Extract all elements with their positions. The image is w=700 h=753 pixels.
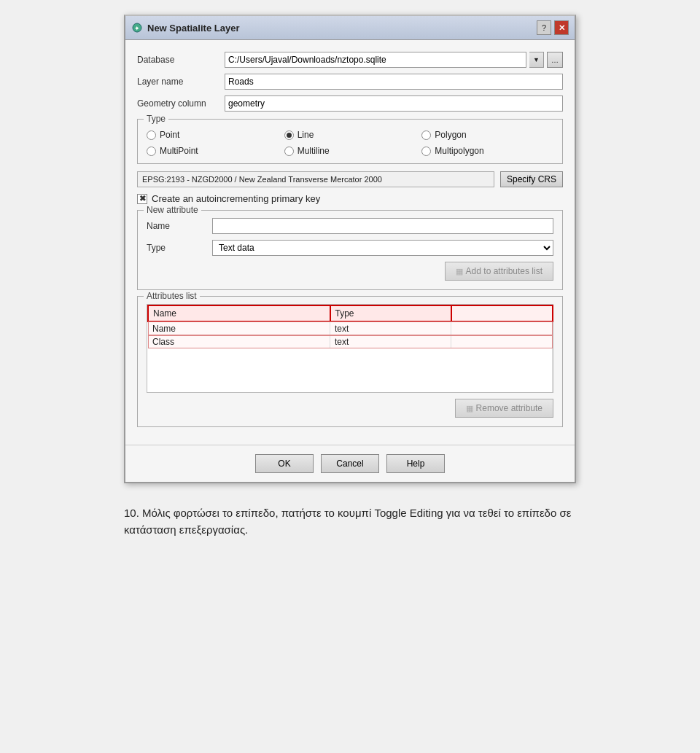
radio-multipoint-label: MultiPoint	[160, 146, 198, 156]
title-bar: ✦ New Spatialite Layer ? ✕	[125, 16, 575, 40]
autoincrement-row: ✖ Create an autoincrementing primary key	[137, 193, 563, 204]
radio-polygon-label: Polygon	[435, 130, 466, 140]
database-browse-btn[interactable]: …	[547, 52, 563, 68]
attributes-list-group: Attributes list Name Type Name text	[137, 296, 563, 427]
attr-type-wrapper: Text data Whole number Decimal number Da…	[212, 240, 553, 256]
attr-name-row: Name	[147, 218, 553, 234]
radio-polygon-circle[interactable]	[421, 130, 431, 140]
geometry-column-input[interactable]	[225, 95, 563, 112]
attrs-table-header-row: Name Type	[148, 305, 553, 321]
table-row[interactable]: Name text	[148, 321, 553, 335]
col-header-extra	[451, 305, 553, 321]
database-input[interactable]	[225, 52, 526, 68]
remove-btn-label: Remove attribute	[476, 403, 542, 413]
layer-name-label: Layer name	[137, 77, 225, 87]
row-type-cell: text	[330, 321, 451, 335]
type-group: Type Point Line Polygon	[137, 119, 563, 164]
table-row-empty	[148, 378, 553, 392]
radio-line-circle[interactable]	[284, 130, 294, 140]
dialog-window: ✦ New Spatialite Layer ? ✕ Database ▼ … …	[124, 15, 576, 483]
attr-type-label: Type	[147, 243, 212, 253]
dialog-footer: OK Cancel Help	[125, 445, 575, 482]
remove-btn-row: ▦ Remove attribute	[147, 399, 553, 418]
radio-multipoint[interactable]: MultiPoint	[147, 146, 279, 156]
layer-name-input[interactable]	[225, 74, 563, 90]
row-name-cell: Name	[148, 321, 330, 335]
col-header-name: Name	[148, 305, 330, 321]
attrs-table: Name Type Name text Class	[147, 305, 553, 392]
geometry-column-row: Geometry column	[137, 95, 563, 112]
attrs-table-wrapper: Name Type Name text Class	[147, 304, 553, 393]
database-input-row: ▼ …	[225, 52, 563, 68]
radio-line-label: Line	[298, 130, 314, 140]
add-btn-label: Add to attributes list	[466, 266, 542, 276]
row-type-cell: text	[330, 335, 451, 348]
attr-name-label: Name	[147, 221, 212, 231]
attrs-list-group-label: Attributes list	[144, 291, 200, 301]
window-icon: ✦	[131, 22, 143, 34]
add-btn-icon: ▦	[456, 267, 463, 276]
row-extra-cell	[451, 321, 553, 335]
table-row[interactable]: Class text	[148, 335, 553, 348]
crs-row: EPSG:2193 - NZGD2000 / New Zealand Trans…	[137, 171, 563, 187]
add-to-attributes-button[interactable]: ▦ Add to attributes list	[445, 262, 553, 281]
attrs-table-body: Name text Class text	[148, 321, 553, 392]
attrs-table-head: Name Type	[148, 305, 553, 321]
new-attribute-group-label: New attribute	[144, 205, 201, 215]
table-row-empty	[148, 348, 553, 363]
remove-btn-icon: ▦	[466, 404, 473, 413]
title-bar-left: ✦ New Spatialite Layer	[131, 22, 239, 34]
radio-multiline-label: Multiline	[298, 146, 330, 156]
specify-crs-button[interactable]: Specify CRS	[500, 171, 563, 187]
type-group-label: Type	[144, 114, 168, 124]
radio-polygon[interactable]: Polygon	[421, 130, 553, 140]
caption-text: 10. Μόλις φορτώσει το επίπεδο, πατήστε τ…	[124, 505, 576, 538]
table-row-empty	[148, 363, 553, 378]
radio-point-label: Point	[160, 130, 179, 140]
remove-attribute-button[interactable]: ▦ Remove attribute	[455, 399, 553, 418]
attr-type-select[interactable]: Text data Whole number Decimal number Da…	[212, 240, 553, 256]
col-header-type: Type	[330, 305, 451, 321]
row-extra-cell	[451, 335, 553, 348]
row-name-cell: Class	[148, 335, 330, 348]
help-title-button[interactable]: ?	[537, 20, 551, 35]
autoincrement-checkbox[interactable]: ✖	[137, 194, 147, 204]
window-title: New Spatialite Layer	[147, 23, 239, 34]
help-button[interactable]: Help	[386, 454, 445, 473]
attr-name-input[interactable]	[212, 218, 553, 234]
close-title-button[interactable]: ✕	[554, 20, 569, 35]
radio-point[interactable]: Point	[147, 130, 279, 140]
new-attribute-group: New attribute Name Type Text data Whole …	[137, 210, 563, 290]
add-btn-row: ▦ Add to attributes list	[147, 262, 553, 281]
layer-name-row: Layer name	[137, 74, 563, 90]
radio-multiline-circle[interactable]	[284, 147, 294, 156]
svg-text:✦: ✦	[134, 25, 140, 32]
type-radio-group: Point Line Polygon MultiPoint	[147, 127, 553, 156]
radio-multipolygon-label: Multipolygon	[435, 146, 483, 156]
radio-line[interactable]: Line	[284, 130, 416, 140]
radio-multipoint-circle[interactable]	[147, 147, 156, 156]
radio-multiline[interactable]: Multiline	[284, 146, 416, 156]
autoincrement-label: Create an autoincrementing primary key	[152, 193, 320, 204]
radio-multipolygon[interactable]: Multipolygon	[421, 146, 553, 156]
dialog-body: Database ▼ … Layer name Geometry column …	[125, 40, 575, 445]
database-label: Database	[137, 55, 225, 65]
cancel-button[interactable]: Cancel	[321, 454, 379, 473]
database-row: Database ▼ …	[137, 52, 563, 68]
title-buttons: ? ✕	[537, 20, 569, 35]
attr-type-row: Type Text data Whole number Decimal numb…	[147, 240, 553, 256]
geometry-column-label: Geometry column	[137, 98, 225, 109]
radio-point-circle[interactable]	[147, 130, 156, 140]
database-dropdown-btn[interactable]: ▼	[529, 52, 544, 68]
radio-multipolygon-circle[interactable]	[421, 147, 431, 156]
crs-value: EPSG:2193 - NZGD2000 / New Zealand Trans…	[137, 171, 494, 187]
ok-button[interactable]: OK	[255, 454, 314, 473]
